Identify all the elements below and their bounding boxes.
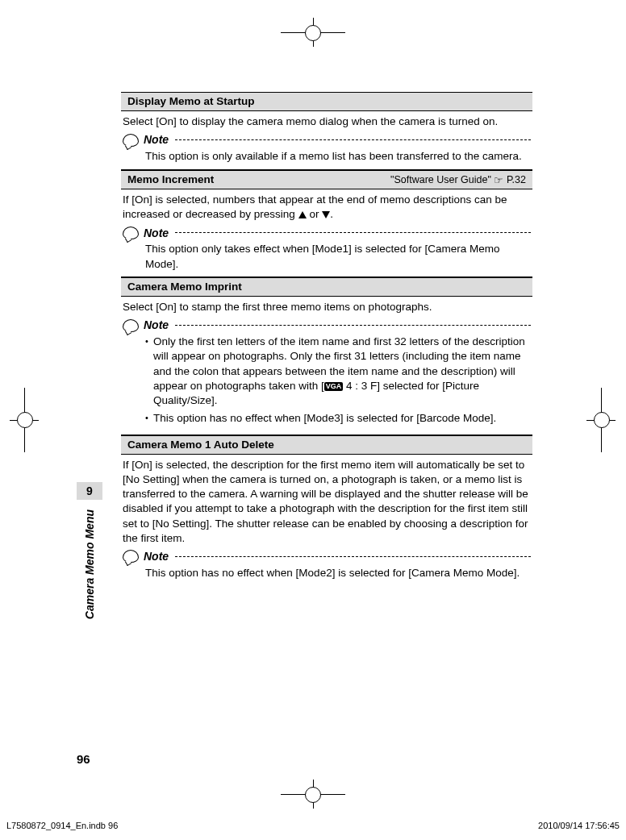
note-dash-line bbox=[175, 139, 531, 140]
section-body-memo-increment: If [On] is selected, numbers that appear… bbox=[121, 189, 532, 277]
section-text: Select [On] to display the camera memo d… bbox=[123, 114, 531, 129]
section-header-camera-memo-imprint: Camera Memo Imprint bbox=[121, 277, 532, 297]
section-title: Memo Increment bbox=[127, 173, 214, 187]
note-text: This option is only available if a memo … bbox=[145, 149, 531, 164]
note-dash-line bbox=[175, 325, 531, 326]
footer-filename: L7580872_0914_En.indb 96 bbox=[6, 820, 118, 832]
note-row: Note bbox=[123, 132, 531, 148]
section-header-display-memo: Display Memo at Startup bbox=[121, 92, 532, 111]
page-content: Display Memo at Startup Select [On] to d… bbox=[121, 92, 532, 585]
section-title: Display Memo at Startup bbox=[127, 94, 255, 109]
section-header-auto-delete: Camera Memo 1 Auto Delete bbox=[121, 435, 532, 455]
section-text: If [On] is selected, the description for… bbox=[123, 458, 531, 546]
section-body-display-memo: Select [On] to display the camera memo d… bbox=[121, 111, 532, 169]
section-text: Select [On] to stamp the first three mem… bbox=[123, 300, 531, 314]
note-label: Note bbox=[144, 132, 169, 148]
note-dash-line bbox=[175, 556, 531, 557]
note-label: Note bbox=[144, 318, 169, 333]
pointing-hand-icon: ☞ bbox=[494, 173, 503, 188]
page-number: 96 bbox=[77, 751, 90, 767]
down-triangle-icon bbox=[322, 211, 330, 218]
note-row: Note bbox=[123, 318, 531, 333]
crop-mark-top bbox=[281, 32, 345, 33]
crop-mark-bottom bbox=[281, 794, 345, 795]
side-tab-label: Camera Memo Menu bbox=[82, 509, 98, 619]
note-icon bbox=[123, 227, 139, 239]
up-triangle-icon bbox=[298, 211, 307, 218]
note-label: Note bbox=[144, 549, 169, 564]
footer-timestamp: 2010/09/14 17:56:45 bbox=[538, 820, 620, 832]
section-text: If [On] is selected, numbers that appear… bbox=[123, 193, 531, 222]
section-ref: "Software User Guide" ☞ P.32 bbox=[390, 173, 526, 188]
note-icon bbox=[123, 550, 139, 563]
note-icon bbox=[123, 319, 139, 332]
note-bullet-2: This option has no effect when [Mode3] i… bbox=[145, 411, 531, 426]
note-row: Note bbox=[123, 226, 531, 241]
section-header-memo-increment: Memo Increment "Software User Guide" ☞ P… bbox=[121, 170, 532, 190]
note-label: Note bbox=[144, 226, 169, 241]
side-tab-number: 9 bbox=[77, 482, 102, 500]
section-body-auto-delete: If [On] is selected, the description for… bbox=[121, 455, 532, 585]
section-body-camera-memo-imprint: Select [On] to stamp the first three mem… bbox=[121, 297, 532, 435]
crop-mark-left bbox=[24, 388, 25, 452]
crop-mark-right bbox=[601, 388, 602, 452]
note-text: This option only takes effect when [Mode… bbox=[145, 242, 531, 271]
vga-icon: VGA bbox=[324, 382, 344, 391]
note-row: Note bbox=[123, 549, 531, 564]
section-title: Camera Memo Imprint bbox=[127, 280, 242, 294]
section-title: Camera Memo 1 Auto Delete bbox=[127, 438, 274, 452]
note-dash-line bbox=[175, 232, 531, 233]
note-bullet-1: Only the first ten letters of the item n… bbox=[145, 335, 531, 408]
note-list: Only the first ten letters of the item n… bbox=[145, 335, 531, 426]
note-icon bbox=[123, 134, 139, 147]
note-text: This option has no effect when [Mode2] i… bbox=[145, 566, 531, 580]
